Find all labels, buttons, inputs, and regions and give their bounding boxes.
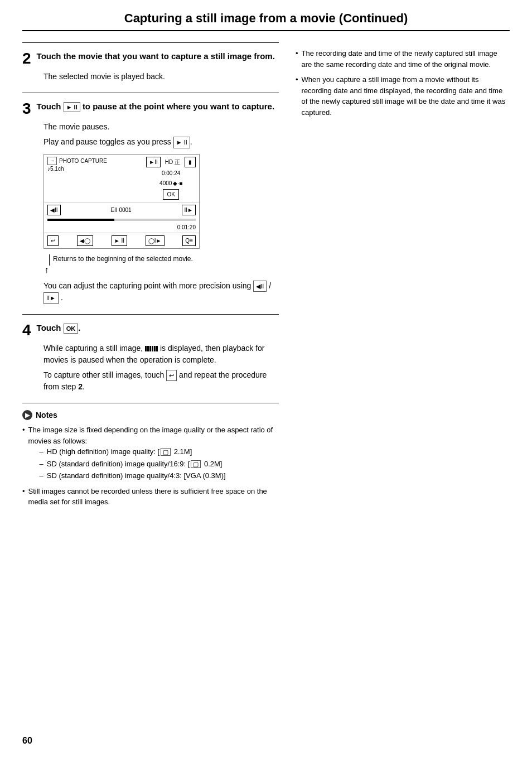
note-1-text: The image size is fixed depending on the… xyxy=(28,426,273,445)
prev-frame-btn: ◀II xyxy=(47,205,61,215)
note-bullet-2: • xyxy=(22,486,25,508)
notes-icon: ▶ xyxy=(22,410,32,420)
returns-note-area: ↑ Returns to the beginning of the select… xyxy=(43,254,279,274)
right-bullet-1-dot: • xyxy=(296,48,298,70)
return-btn: ↩ xyxy=(47,235,59,246)
step-3-instruction: Touch ► II to pause at the point where y… xyxy=(37,101,275,112)
ok-icon: OK xyxy=(64,324,79,334)
prev-btn: ◀◯ xyxy=(77,235,93,246)
photo-capture-label: → PHOTO CAPTURE ♪5.1ch xyxy=(47,157,107,173)
step-3-body: The movie pauses. Play and pause toggles… xyxy=(22,121,279,304)
note-sub-2: SD (standard definition) image quality/1… xyxy=(47,459,223,470)
file-label: ΕΙΙ 0001 xyxy=(110,206,131,214)
movie-ui-screenshot: → PHOTO CAPTURE ♪5.1ch ►II HD 正 xyxy=(43,154,200,249)
note-sub-1: HD (high definition) image quality: [▢ 2… xyxy=(47,446,192,457)
capture-other-icon: ↩ xyxy=(166,370,177,382)
battery-icon: ▮ xyxy=(185,157,196,167)
page-number: 60 xyxy=(22,736,32,746)
menu-btn: Q≡ xyxy=(182,235,196,246)
hd-icon: HD 正 xyxy=(165,158,180,166)
step-2-number: 2 xyxy=(22,51,31,66)
returns-note-text: Returns to the beginning of the selected… xyxy=(53,254,193,264)
count-display: 4000 ◆·■ xyxy=(159,179,182,187)
toggle-icon: ► II xyxy=(173,137,190,148)
step-3-number: 3 xyxy=(22,101,31,117)
right-column: • The recording date and time of the new… xyxy=(296,42,510,511)
step-3-instruction-suffix: to pause at the point where you want to … xyxy=(83,102,274,111)
step-4-number: 4 xyxy=(22,322,31,338)
right-bullets: • The recording date and time of the new… xyxy=(296,48,510,118)
playpause-btn2: ► II xyxy=(112,235,127,246)
page-title: Capturing a still image from a movie (Co… xyxy=(22,11,510,31)
step-2-body: The selected movie is played back. xyxy=(22,71,279,83)
total-time: 0:01:20 xyxy=(44,223,199,233)
playpause-btn: ►II xyxy=(146,157,160,167)
notes-header: ▶ Notes xyxy=(22,410,279,420)
notes-list: • The image size is fixed depending on t… xyxy=(22,425,279,508)
next-precision-icon: II► xyxy=(43,292,59,304)
notes-section: ▶ Notes • The image size is fixed depend… xyxy=(22,403,279,508)
step-4-instruction: Touch OK. xyxy=(37,322,81,334)
time-display: 0:00:24 xyxy=(162,169,180,177)
next-frame-btn: II► xyxy=(182,205,196,215)
step-4-prefix: Touch xyxy=(37,323,61,332)
precision-note-text: You can adjust the capturing point with … xyxy=(43,281,251,290)
capturing-indicator xyxy=(145,346,158,351)
right-bullet-2-text: When you capture a still image from a mo… xyxy=(302,74,510,118)
step-4-block: 4 Touch OK. While capturing a still imag… xyxy=(22,314,279,393)
play-pause-icon: ► II xyxy=(64,102,80,112)
note-2-text: Still images cannot be recorded unless t… xyxy=(28,486,279,508)
ok-button-ui: OK xyxy=(163,189,178,200)
step-2-block: 2 Touch the movie that you want to captu… xyxy=(22,42,279,83)
step-3-block: 3 Touch ► II to pause at the point where… xyxy=(22,93,279,304)
step-2-instruction: Touch the movie that you want to capture… xyxy=(37,51,275,62)
step-4-body: While capturing a still image, is displa… xyxy=(22,343,279,393)
right-bullet-1-text: The recording date and time of the newly… xyxy=(302,48,510,70)
prev-precision-icon: ◀II xyxy=(253,281,267,292)
step-3-instruction-prefix: Touch xyxy=(37,102,61,111)
next-btn: ◯I► xyxy=(146,235,165,246)
right-bullet-2-dot: • xyxy=(296,74,298,118)
note-bullet-1: • xyxy=(22,425,25,483)
note-sub-3: SD (standard definition) image quality/4… xyxy=(47,470,226,481)
progress-bar xyxy=(47,219,196,221)
